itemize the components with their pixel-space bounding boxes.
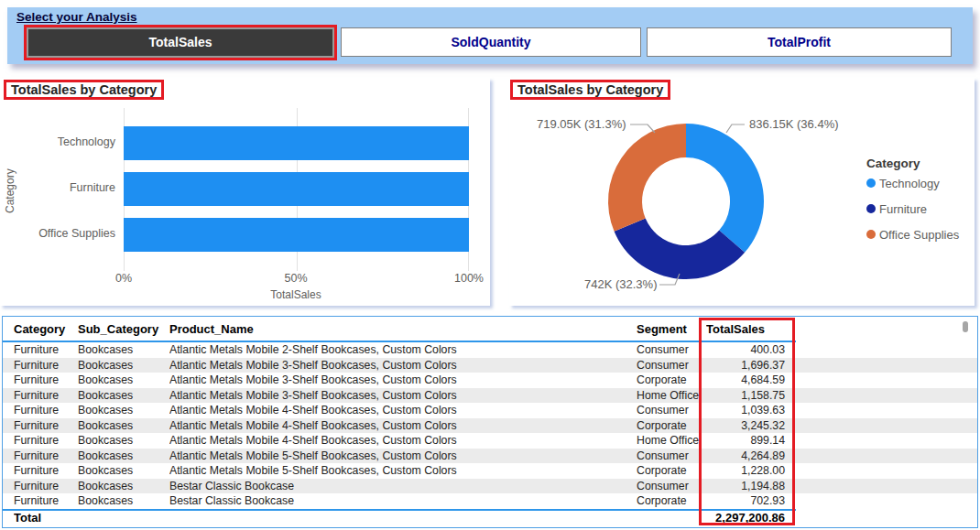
leader-line-technology <box>726 124 745 133</box>
cell-segment: Corporate <box>637 373 706 388</box>
cell-totalsales: 1,228.00 <box>706 463 790 479</box>
table-visual: Category Sub_Category Product_Name Segme… <box>2 316 978 528</box>
cell-sub-category: Bookcases <box>78 358 169 373</box>
legend-item-office-supplies[interactable]: Office Supplies <box>866 225 959 243</box>
cell-segment: Corporate <box>637 418 706 434</box>
cell-sub-category: Bookcases <box>78 463 169 479</box>
cell-product-name: Atlantic Metals Mobile 3-Shelf Bookcases… <box>169 358 637 373</box>
cell-totalsales: 899.14 <box>706 433 790 449</box>
cell-segment: Consumer <box>637 342 706 358</box>
donut-label-office-supplies: 719.05K (31.3%) <box>537 117 626 131</box>
cell-totalsales: 1,158.75 <box>706 388 790 404</box>
bar-chart-visual: TotalSales by Category Category Technolo… <box>0 78 490 306</box>
table-row[interactable]: Furniture Bookcases Atlantic Metals Mobi… <box>3 463 977 479</box>
soldquantity-button[interactable]: SoldQuantity <box>341 27 641 57</box>
cell-product-name: Atlantic Metals Mobile 5-Shelf Bookcases… <box>169 463 637 479</box>
cell-totalsales: 702.93 <box>706 493 790 509</box>
legend-dot-technology <box>866 178 876 188</box>
annotation-box-selected-button: TotalSales <box>24 25 337 60</box>
cell-product-name: Atlantic Metals Mobile 4-Shelf Bookcases… <box>169 433 637 449</box>
donut-legend-title: Category <box>866 157 920 170</box>
table-row[interactable]: Furniture Bookcases Atlantic Metals Mobi… <box>3 449 977 464</box>
cell-sub-category: Bookcases <box>78 403 169 418</box>
total-label: Total <box>14 509 78 527</box>
cell-category: Furniture <box>14 493 78 509</box>
leader-line-office-supplies <box>630 124 655 133</box>
table-row[interactable]: Furniture Bookcases Atlantic Metals Mobi… <box>3 433 977 449</box>
table-row[interactable]: Furniture Bookcases Atlantic Metals Mobi… <box>3 342 977 358</box>
cell-category: Furniture <box>14 433 78 449</box>
cell-sub-category: Bookcases <box>78 479 169 494</box>
cell-sub-category: Bookcases <box>78 433 169 449</box>
bar-x-axis-title: TotalSales <box>270 288 321 301</box>
cell-totalsales: 1,194.88 <box>706 479 790 494</box>
cell-sub-category: Bookcases <box>78 342 169 358</box>
cell-product-name: Atlantic Metals Mobile 4-Shelf Bookcases… <box>169 418 637 434</box>
cell-product-name: Bestar Classic Bookcase <box>169 479 637 494</box>
table-row[interactable]: Furniture Bookcases Atlantic Metals Mobi… <box>3 358 977 373</box>
cell-category: Furniture <box>14 463 78 479</box>
bar-plot-area <box>124 108 469 271</box>
bar-chart-title: TotalSales by Category <box>4 80 164 100</box>
legend-dot-office-supplies <box>866 230 876 239</box>
cell-segment: Consumer <box>637 358 706 373</box>
cell-sub-category: Bookcases <box>78 449 169 464</box>
col-header-sub-category[interactable]: Sub_Category <box>78 317 169 342</box>
bar-furniture[interactable] <box>124 172 469 206</box>
cell-segment: Corporate <box>637 463 706 479</box>
cell-totalsales: 4,684.59 <box>706 373 790 388</box>
cell-totalsales: 3,245.32 <box>706 418 790 434</box>
col-header-totalsales[interactable]: TotalSales <box>706 317 790 342</box>
col-header-product-name[interactable]: Product_Name <box>169 317 637 342</box>
xtick-100: 100% <box>454 272 484 285</box>
totalprofit-button[interactable]: TotalProfit <box>647 27 952 57</box>
donut-label-technology: 836.15K (36.4%) <box>749 117 839 131</box>
cell-product-name: Atlantic Metals Mobile 4-Shelf Bookcases… <box>169 403 637 418</box>
col-header-category[interactable]: Category <box>14 317 78 342</box>
col-header-segment[interactable]: Segment <box>637 317 706 342</box>
table-scrollbar-thumb[interactable] <box>963 321 968 332</box>
cell-category: Furniture <box>14 373 78 388</box>
table-row[interactable]: Furniture Bookcases Atlantic Metals Mobi… <box>3 403 977 418</box>
table-row[interactable]: Furniture Bookcases Atlantic Metals Mobi… <box>3 373 977 388</box>
cell-category: Furniture <box>14 342 78 358</box>
cell-product-name: Atlantic Metals Mobile 2-Shelf Bookcases… <box>169 342 637 358</box>
cell-totalsales: 1,039.63 <box>706 403 790 418</box>
cell-product-name: Atlantic Metals Mobile 3-Shelf Bookcases… <box>169 373 637 388</box>
xtick-0: 0% <box>115 272 132 285</box>
donut-slice-technology[interactable] <box>686 124 764 253</box>
cell-segment: Home Office <box>637 388 706 404</box>
cell-sub-category: Bookcases <box>78 388 169 404</box>
cell-product-name: Bestar Classic Bookcase <box>169 493 637 509</box>
cell-segment: Consumer <box>637 479 706 494</box>
table-row[interactable]: Furniture Bookcases Atlantic Metals Mobi… <box>3 388 977 404</box>
cell-sub-category: Bookcases <box>78 373 169 388</box>
bar-label-office-supplies: Office Supplies <box>0 227 115 240</box>
cell-segment: Home Office <box>637 433 706 449</box>
cell-category: Furniture <box>14 449 78 464</box>
legend-item-technology[interactable]: Technology <box>866 174 940 192</box>
bar-office-supplies[interactable] <box>124 218 469 252</box>
cell-segment: Consumer <box>637 403 706 418</box>
donut-slice-office-supplies[interactable] <box>608 124 686 232</box>
bar-technology[interactable] <box>124 126 469 160</box>
totalsales-button[interactable]: TotalSales <box>27 27 334 58</box>
donut-chart-visual: TotalSales by Category 836.15K (36.4%) 7… <box>509 78 975 306</box>
table-row[interactable]: Furniture Bookcases Atlantic Metals Mobi… <box>3 418 977 434</box>
cell-totalsales: 1,696.37 <box>706 358 790 373</box>
cell-category: Furniture <box>14 418 78 434</box>
legend-item-furniture[interactable]: Furniture <box>866 200 927 218</box>
legend-label-furniture: Furniture <box>879 202 927 216</box>
cell-segment: Consumer <box>637 449 706 464</box>
cell-sub-category: Bookcases <box>78 493 169 509</box>
cell-totalsales: 400.03 <box>706 342 790 358</box>
legend-label-office-supplies: Office Supplies <box>879 228 959 242</box>
cell-sub-category: Bookcases <box>78 418 169 434</box>
table-total-row: Total 2,297,200.86 <box>3 509 977 527</box>
analysis-selector-label: Select your Analysis <box>16 10 137 24</box>
table-row[interactable]: Furniture Bookcases Bestar Classic Bookc… <box>3 493 977 509</box>
cell-category: Furniture <box>14 358 78 373</box>
xtick-50: 50% <box>284 272 307 285</box>
cell-category: Furniture <box>14 388 78 404</box>
table-row[interactable]: Furniture Bookcases Bestar Classic Bookc… <box>3 479 977 494</box>
